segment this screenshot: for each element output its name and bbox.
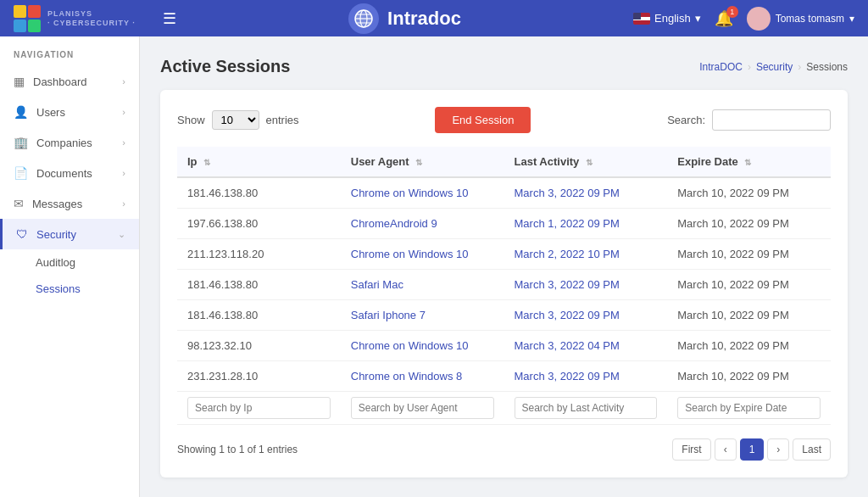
show-label: Show	[177, 114, 205, 126]
breadcrumb-section[interactable]: Security	[756, 61, 793, 73]
sidebar-item-documents[interactable]: 📄 Documents ›	[0, 158, 139, 188]
hamburger-menu[interactable]: ☰	[163, 9, 176, 28]
search-input[interactable]	[712, 109, 831, 131]
chevron-right-icon: ›	[122, 107, 125, 117]
entries-select[interactable]: 10 25 50 100	[212, 110, 259, 130]
pagination: First ‹ 1 › Last	[672, 438, 831, 461]
page-1-button[interactable]: 1	[740, 438, 765, 461]
chevron-right-icon: ›	[122, 198, 125, 209]
sidebar-item-label: Messages	[32, 198, 82, 210]
show-entries-control: Show 10 25 50 100 entries	[177, 110, 299, 130]
cell-user_agent[interactable]: Chrome on Windows 10	[341, 177, 504, 209]
cell-user_agent[interactable]: Chrome on Windows 10	[341, 239, 504, 270]
planisys-logo-icon	[14, 5, 41, 32]
sidebar-subitem-auditlog[interactable]: Auditlog	[0, 249, 139, 276]
breadcrumb-root[interactable]: IntraDOC	[699, 61, 743, 73]
sort-icon-la: ⇅	[586, 158, 593, 167]
chevron-right-icon: ›	[122, 137, 125, 148]
breadcrumb: IntraDOC › Security › Sessions	[699, 61, 848, 73]
brand-name: Intradoc	[387, 8, 461, 30]
breadcrumb-sep-1: ›	[748, 61, 751, 73]
page-header: Active Sessions IntraDOC › Security › Se…	[160, 57, 848, 76]
sidebar-item-label: Dashboard	[33, 75, 87, 88]
cell-last_activity[interactable]: March 3, 2022 09 PM	[504, 361, 668, 392]
page-last-button[interactable]: Last	[793, 438, 831, 461]
cell-user_agent[interactable]: Safari Iphone 7	[341, 300, 504, 331]
sidebar-item-messages[interactable]: ✉ Messages ›	[0, 188, 139, 219]
entries-label: entries	[266, 114, 299, 126]
table-controls-top: Show 10 25 50 100 entries End Session Se…	[177, 107, 831, 133]
cell-last_activity[interactable]: March 1, 2022 09 PM	[504, 209, 668, 239]
table-row: 181.46.138.80Chrome on Windows 10March 3…	[177, 177, 831, 209]
search-expire_date-input[interactable]	[677, 397, 821, 419]
site-footer: 2020 © IntraDOC by Planisys	[160, 484, 848, 497]
col-header-last-activity[interactable]: Last Activity ⇅	[504, 147, 668, 177]
brand-icon	[348, 3, 379, 34]
cell-expire_date: March 10, 2022 09 PM	[667, 209, 831, 239]
table-row: 197.66.138.80ChromeAndroid 9March 1, 202…	[177, 209, 831, 239]
cell-last_activity[interactable]: March 3, 2022 09 PM	[504, 177, 668, 209]
sidebar-item-users[interactable]: 👤 Users ›	[0, 97, 139, 127]
showing-text: Showing 1 to 1 of 1 entries	[177, 444, 298, 455]
cell-expire_date: March 10, 2022 09 PM	[667, 331, 831, 361]
nav-label: NAVIGATION	[0, 36, 139, 66]
user-menu[interactable]: Tomas tomasm ▾	[747, 7, 854, 31]
breadcrumb-current: Sessions	[806, 61, 848, 73]
sidebar-item-label: Documents	[36, 167, 92, 180]
planisys-logo-text: PLANISYS · CYBERSECURITY ·	[47, 9, 136, 28]
search-user_agent-input[interactable]	[351, 397, 494, 419]
companies-icon: 🏢	[14, 136, 28, 149]
table-row: 181.46.138.80Safari Iphone 7March 3, 202…	[177, 300, 831, 331]
cell-expire_date: March 10, 2022 09 PM	[667, 300, 831, 331]
cell-ip: 231.231.28.10	[177, 361, 341, 392]
dashboard-icon: ▦	[14, 75, 25, 88]
cell-expire_date: March 10, 2022 09 PM	[667, 177, 831, 209]
language-selector[interactable]: English ▾	[633, 12, 701, 25]
notification-badge: 1	[726, 6, 738, 18]
col-header-expire-date[interactable]: Expire Date ⇅	[667, 147, 831, 177]
cell-user_agent[interactable]: Chrome on Windows 8	[341, 361, 504, 392]
col-header-user-agent[interactable]: User Agent ⇅	[341, 147, 504, 177]
cell-ip: 211.123.118.20	[177, 239, 341, 270]
table-footer: Showing 1 to 1 of 1 entries First ‹ 1 › …	[177, 438, 831, 461]
cell-last_activity[interactable]: March 3, 2022 04 PM	[504, 331, 668, 361]
users-icon: 👤	[14, 105, 28, 119]
page-next-button[interactable]: ›	[767, 438, 789, 461]
sidebar-subitem-sessions[interactable]: Sessions	[0, 276, 139, 302]
cell-ip: 181.46.138.80	[177, 177, 341, 209]
flag-icon	[633, 13, 650, 25]
table-row: 211.123.118.20Chrome on Windows 10March …	[177, 239, 831, 270]
search-ip-input[interactable]	[187, 397, 331, 419]
cell-last_activity[interactable]: March 2, 2022 10 PM	[504, 239, 668, 270]
cell-user_agent[interactable]: ChromeAndroid 9	[341, 209, 504, 239]
lang-chevron-icon: ▾	[695, 12, 701, 25]
sessions-table: Ip ⇅ User Agent ⇅ Last Activity ⇅ Expire…	[177, 147, 831, 425]
search-box: Search:	[667, 109, 831, 131]
table-row: 181.46.138.80Safari MacMarch 3, 2022 09 …	[177, 270, 831, 300]
breadcrumb-sep-2: ›	[798, 61, 801, 73]
cell-last_activity[interactable]: March 3, 2022 09 PM	[504, 270, 668, 300]
cell-user_agent[interactable]: Safari Mac	[341, 270, 504, 300]
end-session-button[interactable]: End Session	[435, 107, 531, 133]
page-first-button[interactable]: First	[672, 438, 710, 461]
sidebar-item-label: Companies	[36, 137, 92, 149]
sort-icon-ip: ⇅	[203, 158, 210, 167]
search-last_activity-input[interactable]	[515, 397, 658, 419]
cell-expire_date: March 10, 2022 09 PM	[667, 270, 831, 300]
cell-ip: 181.46.138.80	[177, 300, 341, 331]
search-cell-last_activity	[504, 392, 668, 425]
chevron-right-icon: ›	[122, 76, 125, 87]
sidebar-item-security[interactable]: 🛡 Security ⌄	[0, 219, 139, 249]
notifications-button[interactable]: 🔔 1	[715, 9, 733, 28]
sidebar-item-label: Users	[36, 106, 65, 119]
sidebar-item-companies[interactable]: 🏢 Companies ›	[0, 127, 139, 158]
cell-expire_date: March 10, 2022 09 PM	[667, 239, 831, 270]
cell-last_activity[interactable]: March 3, 2022 09 PM	[504, 300, 668, 331]
svg-rect-1	[28, 5, 41, 18]
sort-icon-ed: ⇅	[744, 158, 751, 167]
col-header-ip[interactable]: Ip ⇅	[177, 147, 341, 177]
sidebar-item-dashboard[interactable]: ▦ Dashboard ›	[0, 66, 139, 97]
cell-user_agent[interactable]: Chrome on Windows 10	[341, 331, 504, 361]
user-avatar	[747, 7, 771, 31]
page-prev-button[interactable]: ‹	[715, 438, 737, 461]
